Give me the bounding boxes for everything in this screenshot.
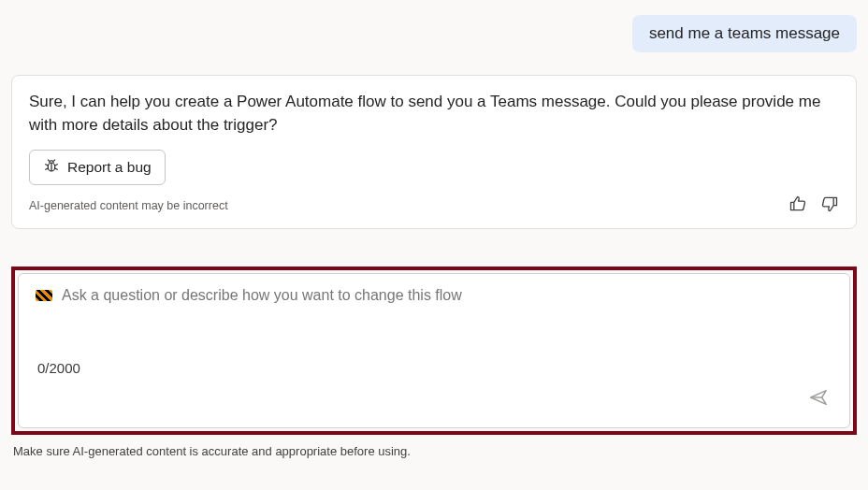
svg-line-6 (48, 160, 49, 162)
assistant-message-text: Sure, I can help you create a Power Auto… (29, 91, 839, 137)
thumbs-down-button[interactable] (820, 195, 839, 217)
user-message-text: send me a teams message (649, 24, 840, 42)
assistant-message-card: Sure, I can help you create a Power Auto… (11, 75, 857, 229)
input-highlight-box: Ask a question or describe how you want … (11, 267, 857, 435)
user-message-row: send me a teams message (11, 7, 857, 52)
ai-disclaimer-text: AI-generated content may be incorrect (29, 199, 228, 212)
svg-line-3 (45, 168, 48, 170)
send-icon (808, 396, 829, 411)
user-message-bubble: send me a teams message (632, 15, 857, 52)
report-bug-label: Report a bug (67, 159, 152, 176)
bug-icon (43, 157, 60, 178)
report-bug-button[interactable]: Report a bug (29, 150, 166, 185)
svg-line-7 (54, 160, 55, 162)
thumbs-up-button[interactable] (788, 195, 807, 217)
svg-line-4 (55, 168, 58, 170)
feedback-buttons (788, 195, 839, 217)
send-button[interactable] (804, 383, 832, 414)
construction-icon (36, 290, 52, 301)
character-counter: 0/2000 (37, 360, 80, 376)
chat-input-area[interactable]: Ask a question or describe how you want … (18, 273, 850, 428)
footer-disclaimer: Make sure AI-generated content is accura… (0, 440, 868, 458)
svg-line-1 (45, 165, 48, 166)
chat-input-placeholder: Ask a question or describe how you want … (62, 287, 462, 304)
svg-line-2 (55, 165, 58, 166)
